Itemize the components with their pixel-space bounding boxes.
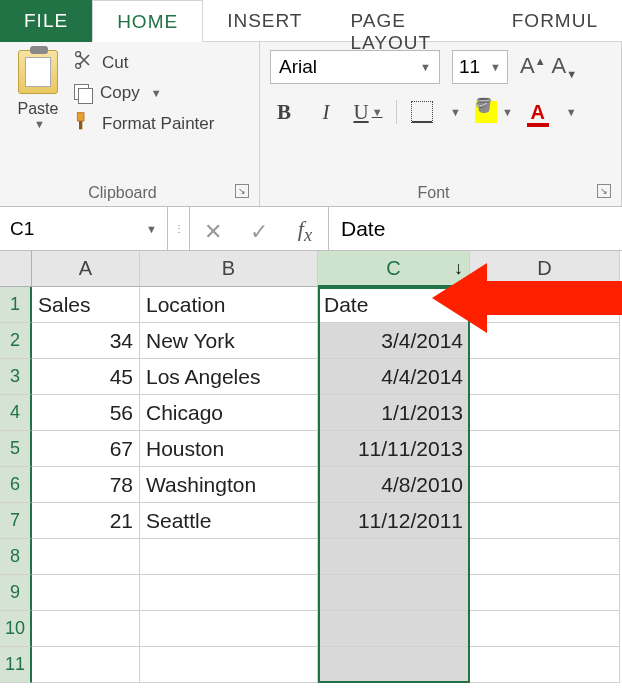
decrease-font-button[interactable]: A▼ <box>552 53 578 80</box>
formula-bar: C1 ▼ ⋮ ✕ ✓ fx Date <box>0 207 622 251</box>
cell[interactable] <box>32 647 140 683</box>
name-box[interactable]: C1 ▼ <box>0 207 168 250</box>
cell[interactable] <box>470 287 620 323</box>
insert-function-button[interactable]: fx <box>282 210 328 246</box>
cell[interactable]: 56 <box>32 395 140 431</box>
cell[interactable] <box>318 611 470 647</box>
enter-button[interactable]: ✓ <box>236 213 282 245</box>
cell[interactable]: 21 <box>32 503 140 539</box>
paste-button[interactable]: Paste ▼ <box>10 50 66 136</box>
cell[interactable]: Location <box>140 287 318 323</box>
tab-insert[interactable]: INSERT <box>203 0 326 41</box>
row-header[interactable]: 4 <box>0 395 32 431</box>
cell[interactable] <box>140 539 318 575</box>
column-header-b[interactable]: B <box>140 251 318 287</box>
cell[interactable] <box>470 539 620 575</box>
row-header[interactable]: 9 <box>0 575 32 611</box>
cell[interactable] <box>318 539 470 575</box>
cell[interactable]: 11/12/2011 <box>318 503 470 539</box>
tab-formulas[interactable]: FORMUL <box>488 0 622 41</box>
cell[interactable] <box>140 647 318 683</box>
cell[interactable]: 3/4/2014 <box>318 323 470 359</box>
cell[interactable]: 34 <box>32 323 140 359</box>
column-headers: A B C ↓ D <box>32 251 622 287</box>
cell[interactable]: Sales <box>32 287 140 323</box>
paintbrush-icon <box>74 111 94 136</box>
formula-value: Date <box>341 217 385 241</box>
fill-color-button[interactable]: ▼ <box>475 101 513 123</box>
cell[interactable] <box>470 611 620 647</box>
row-header[interactable]: 2 <box>0 323 32 359</box>
row-header[interactable]: 10 <box>0 611 32 647</box>
copy-button[interactable]: Copy ▼ <box>74 83 214 103</box>
cell[interactable] <box>470 395 620 431</box>
cell[interactable] <box>318 647 470 683</box>
cell[interactable]: Los Angeles <box>140 359 318 395</box>
tab-file[interactable]: FILE <box>0 0 92 42</box>
cell[interactable] <box>318 575 470 611</box>
tab-home[interactable]: HOME <box>92 0 203 42</box>
cell[interactable]: 4/4/2014 <box>318 359 470 395</box>
cut-button[interactable]: Cut <box>74 50 214 75</box>
cell[interactable] <box>470 431 620 467</box>
increase-font-button[interactable]: A▲ <box>520 53 546 80</box>
cell[interactable]: Washington <box>140 467 318 503</box>
cell[interactable]: Chicago <box>140 395 318 431</box>
worksheet-grid[interactable]: 1234567891011 A B C ↓ D SalesLocationDat… <box>0 251 622 683</box>
dialog-launcher-icon[interactable]: ↘ <box>235 184 249 198</box>
row-header[interactable]: 1 <box>0 287 32 323</box>
column-header-a[interactable]: A <box>32 251 140 287</box>
row-header[interactable]: 11 <box>0 647 32 683</box>
cell[interactable] <box>32 539 140 575</box>
format-painter-button[interactable]: Format Painter <box>74 111 214 136</box>
tab-page-layout[interactable]: PAGE LAYOUT <box>326 0 487 41</box>
row-header[interactable]: 3 <box>0 359 32 395</box>
cell[interactable] <box>470 467 620 503</box>
table-row <box>32 539 622 575</box>
italic-button[interactable]: I <box>312 98 340 126</box>
cell[interactable]: 45 <box>32 359 140 395</box>
font-name-select[interactable]: Arial ▼ <box>270 50 440 84</box>
row-header[interactable]: 8 <box>0 539 32 575</box>
cell[interactable] <box>140 611 318 647</box>
row-header[interactable]: 6 <box>0 467 32 503</box>
dialog-launcher-icon[interactable]: ↘ <box>597 184 611 198</box>
group-font: Arial ▼ 11 ▼ A▲ A▼ B I U▼ ▼ <box>260 42 622 206</box>
cell[interactable] <box>32 611 140 647</box>
cell[interactable]: 78 <box>32 467 140 503</box>
cell[interactable] <box>470 575 620 611</box>
cell[interactable]: Seattle <box>140 503 318 539</box>
cell[interactable] <box>470 323 620 359</box>
cancel-button[interactable]: ✕ <box>190 213 236 245</box>
cell[interactable] <box>470 647 620 683</box>
row-header[interactable]: 7 <box>0 503 32 539</box>
cell[interactable]: 4/8/2010 <box>318 467 470 503</box>
cell[interactable]: 67 <box>32 431 140 467</box>
paste-icon <box>18 50 58 94</box>
formula-input[interactable]: Date <box>329 207 622 250</box>
font-size-select[interactable]: 11 ▼ <box>452 50 508 84</box>
cell[interactable]: 1/1/2013 <box>318 395 470 431</box>
column-header-c[interactable]: C ↓ <box>318 251 470 287</box>
column-header-d[interactable]: D <box>470 251 620 287</box>
row-header[interactable]: 5 <box>0 431 32 467</box>
underline-button[interactable]: U▼ <box>354 98 382 126</box>
cell[interactable] <box>32 575 140 611</box>
cell[interactable] <box>470 503 620 539</box>
cell[interactable]: 11/11/2013 <box>318 431 470 467</box>
table-row: 56Chicago1/1/2013 <box>32 395 622 431</box>
cell[interactable]: Date <box>318 287 470 323</box>
chevron-down-icon: ▼ <box>490 61 501 73</box>
borders-button[interactable] <box>411 101 433 123</box>
bold-button[interactable]: B <box>270 98 298 126</box>
cell[interactable] <box>140 575 318 611</box>
font-color-button[interactable]: A <box>527 101 549 124</box>
cell[interactable]: Houston <box>140 431 318 467</box>
cell[interactable]: New York <box>140 323 318 359</box>
select-all-corner[interactable] <box>0 251 32 287</box>
cell[interactable] <box>470 359 620 395</box>
cut-label: Cut <box>102 53 128 73</box>
chevron-down-icon: ▼ <box>450 106 461 118</box>
table-row: 45Los Angeles4/4/2014 <box>32 359 622 395</box>
chevron-down-icon: ▼ <box>566 106 577 118</box>
